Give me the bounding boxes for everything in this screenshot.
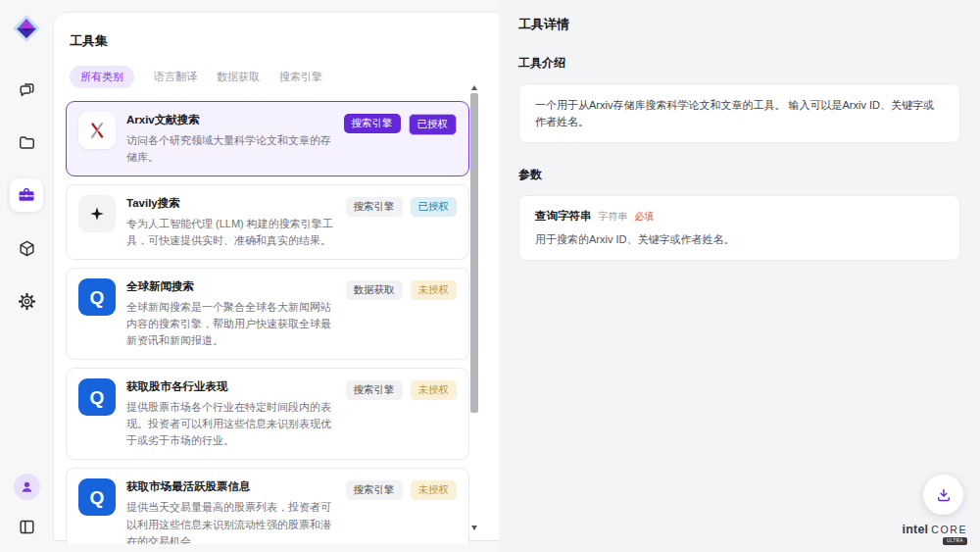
tool-card-tavily[interactable]: Tavily搜索 专为人工智能代理 (LLM) 构建的搜索引擎工具，可快速提供实… <box>66 184 469 260</box>
tool-badges: 数据获取 未授权 <box>346 278 458 349</box>
chat-icon[interactable] <box>10 73 43 106</box>
tool-description: 全球新闻搜索是一个聚合全球各大新闻网站内容的搜索引擎，帮助用户快速获取全球最新资… <box>126 299 335 349</box>
tool-card-global-news[interactable]: Q 全球新闻搜索 全球新闻搜索是一个聚合全球各大新闻网站内容的搜索引擎，帮助用户… <box>66 268 469 360</box>
blue-q-icon: Q <box>78 478 116 516</box>
intel-core-wordmark: intel CORE <box>903 523 967 536</box>
intro-text: 一个用于从Arxiv存储库搜索科学论文和文章的工具。 输入可以是Arxiv ID… <box>535 97 944 129</box>
tool-card-body: Arxiv文献搜索 访问各个研究领域大量科学论文和文章的存储库。 <box>126 112 333 166</box>
tool-card-sector-performance[interactable]: Q 获取股市各行业表现 提供股票市场各个行业在特定时间段内的表现。投资者可以利用… <box>66 368 469 460</box>
tool-badges: 搜索引擎 未授权 <box>346 378 458 449</box>
category-badge: 搜索引擎 <box>346 480 403 500</box>
auth-badge: 未授权 <box>411 480 458 500</box>
q-glyph: Q <box>90 488 105 507</box>
tool-card-active-stocks[interactable]: Q 获取市场最活跃股票信息 提供当天交易量最高的股票列表，投资者可以利用这些信息… <box>66 468 469 544</box>
folder-icon[interactable] <box>10 125 43 159</box>
list-scrollbar[interactable] <box>469 85 479 530</box>
param-box: 查询字符串 字符串 必填 用于搜索的Arxiv ID、关键字或作者姓名。 <box>518 195 960 261</box>
app-logo-icon <box>12 14 41 43</box>
arxiv-x-icon <box>78 112 116 149</box>
user-avatar-icon[interactable] <box>14 474 40 500</box>
tool-title: 获取股市各行业表现 <box>126 379 335 394</box>
auth-badge: 已授权 <box>411 197 458 217</box>
q-glyph: Q <box>90 388 105 407</box>
tab-language-translation[interactable]: 语言翻译 <box>154 66 197 88</box>
tavily-star-icon <box>78 195 116 232</box>
tool-card-body: Tavily搜索 专为人工智能代理 (LLM) 构建的搜索引擎工具，可快速提供实… <box>126 195 335 249</box>
intel-ultra-badge: ULTRA <box>943 537 967 545</box>
tool-title: Arxiv文献搜索 <box>126 113 333 127</box>
scroll-up-arrow-icon[interactable] <box>471 85 477 90</box>
auth-badge: 已授权 <box>409 114 458 135</box>
tab-data-acquisition[interactable]: 数据获取 <box>217 66 260 88</box>
category-tabs: 所有类别 语言翻译 数据获取 搜索引擎 <box>70 66 499 88</box>
tool-card-body: 获取股市各行业表现 提供股票市场各个行业在特定时间段内的表现。投资者可以利用这些… <box>126 378 335 449</box>
scroll-down-arrow-icon[interactable] <box>471 526 477 530</box>
settings-icon[interactable] <box>10 284 43 318</box>
app-sidebar <box>0 0 53 552</box>
intro-heading: 工具介绍 <box>518 55 960 72</box>
tool-title: 获取市场最活跃股票信息 <box>126 479 335 494</box>
intel-core-logo: intel CORE ULTRA <box>903 523 967 545</box>
blue-q-icon: Q <box>78 378 116 416</box>
tool-badges: 搜索引擎 已授权 <box>344 112 458 166</box>
auth-badge: 未授权 <box>411 280 458 300</box>
param-description: 用于搜索的Arxiv ID、关键字或作者姓名。 <box>535 232 944 247</box>
tool-description: 提供股票市场各个行业在特定时间段内的表现。投资者可以利用这些信息来识别表现优于或… <box>126 399 335 449</box>
intel-wordmark: intel <box>903 523 929 536</box>
params-heading: 参数 <box>518 167 960 183</box>
tool-badges: 搜索引擎 未授权 <box>346 478 458 544</box>
category-badge: 数据获取 <box>346 280 403 300</box>
tool-title: 全球新闻搜索 <box>126 279 335 294</box>
tool-card-body: 获取市场最活跃股票信息 提供当天交易量最高的股票列表，投资者可以利用这些信息来识… <box>126 478 335 544</box>
tool-card-list: Arxiv文献搜索 访问各个研究领域大量科学论文和文章的存储库。 搜索引擎 已授… <box>66 101 469 544</box>
param-name: 查询字符串 <box>535 209 592 224</box>
q-glyph: Q <box>90 288 105 307</box>
intro-box: 一个用于从Arxiv存储库搜索科学论文和文章的工具。 输入可以是Arxiv ID… <box>518 83 960 143</box>
toolbox-icon[interactable] <box>10 178 43 212</box>
tool-card-body: 全球新闻搜索 全球新闻搜索是一个聚合全球各大新闻网站内容的搜索引擎，帮助用户快速… <box>126 278 335 349</box>
sidebar-bottom <box>13 474 40 540</box>
param-required-badge: 必填 <box>635 210 655 224</box>
blue-q-icon: Q <box>78 278 116 316</box>
tool-description: 专为人工智能代理 (LLM) 构建的搜索引擎工具，可快速提供实时、准确和真实的结… <box>126 216 335 249</box>
tool-description: 访问各个研究领域大量科学论文和文章的存储库。 <box>126 132 333 166</box>
category-badge: 搜索引擎 <box>344 114 401 133</box>
tab-all-categories[interactable]: 所有类别 <box>70 66 134 88</box>
panel-toggle-icon[interactable] <box>13 513 40 540</box>
download-button[interactable] <box>923 475 963 515</box>
param-type: 字符串 <box>599 210 628 224</box>
download-icon <box>935 486 953 504</box>
auth-badge: 未授权 <box>411 380 458 400</box>
tools-panel: 工具集 所有类别 语言翻译 数据获取 搜索引擎 Arxiv文献搜索 访问各个研究… <box>53 12 499 541</box>
tool-card-arxiv[interactable]: Arxiv文献搜索 访问各个研究领域大量科学论文和文章的存储库。 搜索引擎 已授… <box>66 101 469 176</box>
core-wordmark: CORE <box>931 524 967 535</box>
cube-icon[interactable] <box>10 231 43 265</box>
tool-title: Tavily搜索 <box>126 196 335 211</box>
page-title: 工具集 <box>70 32 499 50</box>
tool-description: 提供当天交易量最高的股票列表，投资者可以利用这些信息来识别流动性强的股票和潜在的… <box>126 499 335 544</box>
detail-panel: 工具详情 工具介绍 一个用于从Arxiv存储库搜索科学论文和文章的工具。 输入可… <box>499 0 980 552</box>
tool-badges: 搜索引擎 已授权 <box>346 195 458 249</box>
tab-search-engine[interactable]: 搜索引擎 <box>279 66 322 88</box>
category-badge: 搜索引擎 <box>346 380 403 400</box>
detail-title: 工具详情 <box>518 16 960 33</box>
scrollbar-thumb[interactable] <box>470 93 478 413</box>
param-head: 查询字符串 字符串 必填 <box>535 209 944 224</box>
sidebar-nav <box>10 73 43 318</box>
category-badge: 搜索引擎 <box>346 197 403 217</box>
